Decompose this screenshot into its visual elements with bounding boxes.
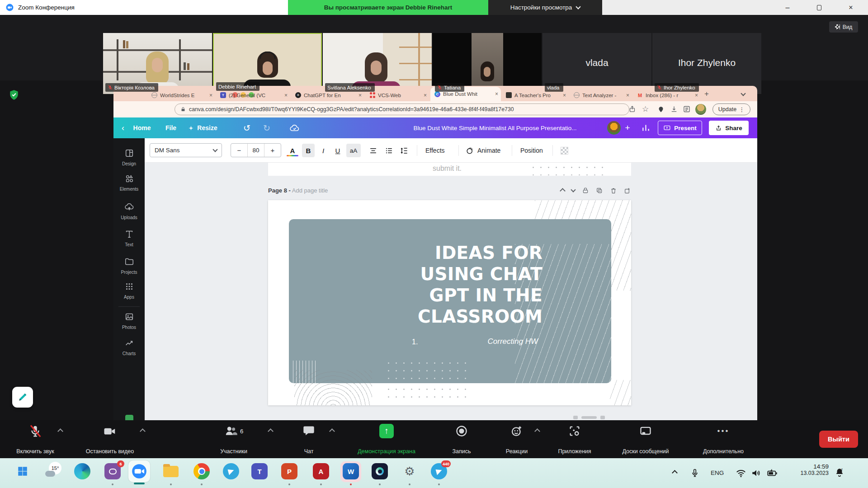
font-size-decrease[interactable]: − <box>231 146 247 154</box>
teams-icon[interactable]: T <box>251 463 268 480</box>
animate-button[interactable]: Animate <box>477 138 500 163</box>
tab-close-icon[interactable]: × <box>424 92 427 99</box>
canva-avatar[interactable] <box>607 121 621 135</box>
slide-list-item[interactable]: Correcting HW <box>449 337 538 346</box>
reading-mode-icon[interactable] <box>683 104 691 114</box>
messenger-icon[interactable]: 440 <box>430 463 448 480</box>
tab-close-icon[interactable]: × <box>563 92 566 99</box>
language-indicator[interactable]: ENG <box>711 469 724 476</box>
powerpoint-icon[interactable]: P <box>281 463 298 480</box>
sidebar-item-charts[interactable]: Charts <box>113 338 145 356</box>
sidebar-item-design[interactable]: Design <box>113 148 145 166</box>
sidebar-item-elements[interactable]: Elements <box>113 174 145 192</box>
sidebar-item-photos[interactable]: Photos <box>113 312 145 330</box>
leave-meeting-button[interactable]: Выйти <box>819 431 858 448</box>
page7-text[interactable]: submit it. <box>433 164 462 173</box>
font-size-stepper[interactable]: − 80 + <box>231 143 281 157</box>
edge-icon[interactable] <box>74 463 91 480</box>
position-button[interactable]: Position <box>520 138 543 163</box>
view-button[interactable]: Вид <box>829 21 858 33</box>
sidebar-item-text[interactable]: Text <box>113 229 145 247</box>
video-tile-viktoriia[interactable]: Вікторія Козлова <box>103 33 212 94</box>
bold-button[interactable]: B <box>302 144 315 157</box>
slide-list-number[interactable]: 1. <box>412 338 418 346</box>
notification-bell-icon[interactable]: z <box>834 466 845 479</box>
share-button[interactable]: Share <box>709 121 749 135</box>
line-spacing-icon[interactable] <box>400 146 408 155</box>
telegram-icon[interactable] <box>222 463 240 480</box>
undo-icon[interactable]: ↺ <box>241 117 253 138</box>
sidebar-item-uploads[interactable]: Uploads <box>113 202 145 220</box>
bookmark-star-icon[interactable]: ☆ <box>642 104 649 114</box>
tab-close-icon[interactable]: × <box>695 92 698 99</box>
tab-close-icon[interactable]: × <box>209 92 212 99</box>
more-button[interactable]: ••• Дополнительно <box>692 423 755 455</box>
underline-button[interactable]: U <box>332 144 344 157</box>
chat-button[interactable]: Чат <box>295 423 322 455</box>
text-color-button[interactable]: A <box>287 144 298 157</box>
sidebar-item-projects[interactable]: Projects <box>113 257 145 275</box>
video-tile-debbie-active-speaker[interactable]: Debbie Rinehart <box>213 33 322 94</box>
browser-tab-vcs-web[interactable]: VCS-Web× <box>365 89 429 101</box>
new-tab-button[interactable]: + <box>704 89 709 99</box>
video-tile-tatiana[interactable]: Tatiana <box>433 33 542 94</box>
update-button[interactable]: Update⋮ <box>712 103 750 115</box>
text-align-icon[interactable] <box>369 146 377 155</box>
page8-slide[interactable]: IDEAS FOR USING CHAT GPT IN THE CLASSROO… <box>268 200 631 405</box>
text-case-button[interactable]: aA <box>346 144 361 157</box>
page-title-placeholder[interactable]: Add page title <box>292 187 328 194</box>
reactions-button[interactable]: Реакции <box>496 423 537 455</box>
slide-title-text[interactable]: IDEAS FOR USING CHAT GPT IN THE CLASSROO… <box>381 242 542 327</box>
design-title[interactable]: Blue Dust White Simple Minimalist All Pu… <box>398 117 592 138</box>
participants-button[interactable]: 6 Участники <box>209 423 259 455</box>
close-button[interactable]: × <box>840 0 861 15</box>
page7-partial[interactable]: submit it. <box>268 163 631 176</box>
present-button[interactable]: Present <box>658 121 702 135</box>
font-select[interactable]: DM Sans <box>150 143 222 157</box>
tab-close-icon[interactable]: × <box>495 91 498 97</box>
chrome-icon[interactable] <box>193 463 210 480</box>
whiteboards-button[interactable]: Доски сообщений <box>612 423 679 455</box>
share-screen-button[interactable]: ↑ Демонстрация экрана <box>344 423 429 455</box>
bullet-list-icon[interactable] <box>385 146 393 155</box>
effects-button[interactable]: Effects <box>425 138 445 163</box>
resize-menu[interactable]: Resize <box>184 117 221 138</box>
video-tile-ihor[interactable]: Ihor Zhylenko Ihor Zhylenko <box>652 33 761 94</box>
download-icon[interactable] <box>670 104 678 114</box>
speaker-icon[interactable] <box>750 467 762 479</box>
taskbar-mic-icon[interactable] <box>690 467 700 479</box>
zoom-app-icon[interactable] <box>131 463 148 480</box>
browser-tab-teams-general[interactable]: T (2) General (VC× <box>216 89 290 101</box>
webex-icon[interactable] <box>371 463 388 480</box>
weather-widget[interactable]: 15° <box>45 463 62 480</box>
unmute-button[interactable]: Включить звук <box>6 423 65 455</box>
tab-close-icon[interactable]: × <box>284 92 288 99</box>
sidebar-item-apps[interactable]: Apps <box>113 282 145 300</box>
add-collaborator-button[interactable]: + <box>623 117 632 138</box>
settings-icon[interactable]: ⚙ <box>401 463 418 480</box>
insights-chart-icon[interactable] <box>641 123 651 132</box>
sidebar-app-icon-partial[interactable] <box>125 415 133 420</box>
back-chevron-icon[interactable]: ‹ <box>118 117 127 138</box>
minimize-button[interactable]: – <box>777 0 798 15</box>
browser-tab-text-analyzer[interactable]: Text Analyzer -× <box>570 89 632 101</box>
tab-close-icon[interactable]: × <box>626 92 629 99</box>
font-size-increase[interactable]: + <box>264 146 281 154</box>
word-icon[interactable]: W <box>342 463 359 480</box>
annotate-pencil-button[interactable] <box>12 387 33 408</box>
video-tile-vlada[interactable]: vlada vlada <box>542 33 651 94</box>
lock-page-icon[interactable] <box>582 187 589 194</box>
move-page-down-icon[interactable] <box>571 187 576 192</box>
clock[interactable]: 14:59 13.03.2023 <box>787 463 829 476</box>
wifi-icon[interactable] <box>735 467 747 479</box>
add-page-icon[interactable] <box>624 187 631 194</box>
maximize-button[interactable] <box>809 0 830 15</box>
italic-button[interactable]: I <box>317 144 329 157</box>
transparency-button[interactable] <box>561 147 568 155</box>
tab-close-icon[interactable]: × <box>359 92 362 99</box>
apps-button[interactable]: Приложения <box>550 423 599 455</box>
file-explorer-icon[interactable] <box>162 463 179 480</box>
address-bar[interactable]: canva.com/design/DAFcwbxd98l/T0wq6YYI9Ke… <box>175 103 629 115</box>
home-menu[interactable]: Home <box>132 117 152 138</box>
file-menu[interactable]: File <box>163 117 179 138</box>
